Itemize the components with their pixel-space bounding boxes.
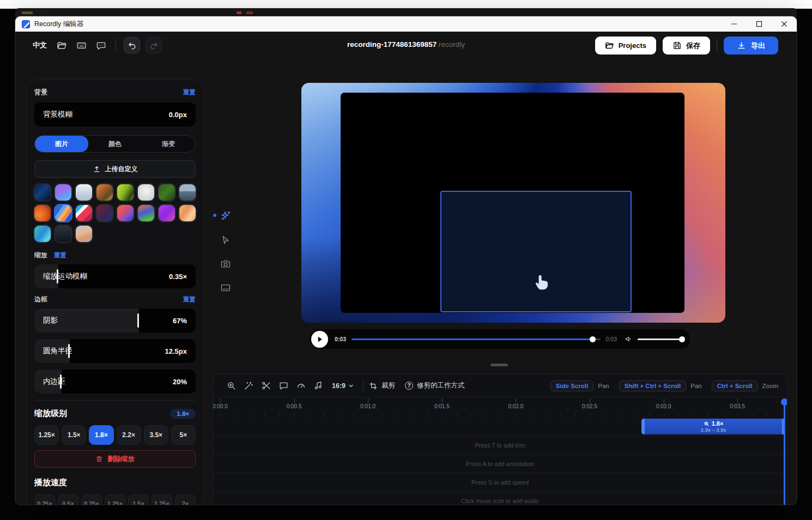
- speed-option-2x[interactable]: 2×: [175, 494, 196, 505]
- corner-radius-slider[interactable]: 圆角半径 12.5px: [34, 339, 196, 363]
- playhead[interactable]: [784, 398, 785, 505]
- export-button[interactable]: 导出: [724, 37, 778, 55]
- cut-button[interactable]: [259, 379, 273, 393]
- border-reset-button[interactable]: 重置: [183, 295, 196, 304]
- padding-slider[interactable]: 内边距 20%: [34, 370, 196, 394]
- background-thumbnail-chartreuse-abstract[interactable]: [117, 184, 134, 201]
- speed-track[interactable]: Press S to add speed: [213, 473, 787, 491]
- camera-tool-button[interactable]: [219, 257, 233, 271]
- seek-bar[interactable]: [352, 338, 601, 340]
- magic-trim-button[interactable]: [241, 379, 256, 393]
- zoom-segment[interactable]: 1.8× 2.9s – 3.9s: [641, 419, 785, 434]
- timeline-zoom-in-button[interactable]: [224, 379, 238, 393]
- zoom-motion-blur-label: 缩放运动模糊: [43, 271, 87, 281]
- background-thumbnail-magenta-purple[interactable]: [159, 205, 175, 221]
- language-button[interactable]: 中文: [31, 38, 49, 52]
- shadow-slider[interactable]: 阴影 67%: [34, 309, 196, 332]
- speed-button[interactable]: [294, 379, 308, 393]
- background-thumbnail-green-plants[interactable]: [159, 184, 175, 201]
- save-button[interactable]: 保存: [663, 37, 710, 55]
- background-thumbnail-lake-reflection[interactable]: [179, 184, 196, 201]
- background-thumbnail-bigsur-swirl[interactable]: [76, 205, 92, 221]
- speed-option-0.25x[interactable]: 0.25×: [34, 494, 55, 505]
- annotation-button[interactable]: [276, 379, 290, 393]
- undo-button[interactable]: [124, 37, 140, 53]
- download-icon: [737, 41, 746, 50]
- cursor-tool-button[interactable]: [219, 233, 233, 247]
- background-blur-slider[interactable]: 背景模糊 0.0px: [34, 102, 196, 126]
- delete-zoom-button[interactable]: 删除缩放: [34, 450, 196, 468]
- background-thumbnail-sunset-waves[interactable]: [117, 205, 134, 221]
- aspect-ratio-dropdown[interactable]: 16:9: [332, 382, 354, 390]
- background-thumbnail-teal-blue-rays[interactable]: [34, 226, 51, 242]
- background-reset-button[interactable]: 重置: [183, 88, 196, 96]
- volume-slider[interactable]: [638, 338, 682, 340]
- preview-canvas[interactable]: [301, 83, 725, 323]
- speed-option-0.5x[interactable]: 0.5×: [58, 494, 78, 505]
- zoom-motion-blur-slider[interactable]: 缩放运动模糊 0.35×: [34, 264, 196, 288]
- ruler-tick: [664, 398, 664, 403]
- background-thumbnail-purple-blue-wave[interactable]: [55, 184, 71, 201]
- folder-icon: [57, 40, 67, 51]
- maximize-button[interactable]: [747, 16, 772, 32]
- timeline-ruler[interactable]: 0:00.00:00.50:01.00:01.50:02.00:02.50:03…: [213, 398, 787, 417]
- play-button[interactable]: [311, 331, 328, 348]
- volume-fill: [638, 338, 682, 340]
- subtitles-tool-button[interactable]: [219, 281, 233, 295]
- background-thumbnail-peach-rays[interactable]: [179, 205, 196, 221]
- zoom-option-1.5x[interactable]: 1.5×: [62, 425, 86, 445]
- background-thumbnail-blue-orange-rays[interactable]: [55, 205, 71, 221]
- effects-tool-button[interactable]: [219, 209, 233, 223]
- ruler-tick: [516, 398, 516, 403]
- crop-button[interactable]: 裁剪: [369, 381, 395, 390]
- music-button[interactable]: [311, 379, 325, 393]
- speed-option-0.75x[interactable]: 0.75×: [81, 494, 102, 505]
- keyboard-shortcuts-button[interactable]: [74, 38, 88, 52]
- open-project-button[interactable]: [54, 38, 69, 52]
- background-thumbnail-dark-red-blue[interactable]: [96, 205, 113, 221]
- zoom-option-1.25x[interactable]: 1.25×: [34, 425, 59, 445]
- timeline-toolbar-divider: [363, 380, 363, 391]
- zoom-track[interactable]: 1.8× 2.9s – 3.9s: [213, 417, 787, 436]
- aspect-ratio-value: 16:9: [332, 382, 346, 390]
- zoom-option-2.2x[interactable]: 2.2×: [117, 425, 141, 445]
- tab-gradient[interactable]: 渐变: [142, 136, 195, 152]
- minimize-button[interactable]: [722, 16, 747, 32]
- background-section-title: 背景: [34, 88, 47, 97]
- redo-button[interactable]: [146, 37, 162, 53]
- speed-option-1.25x[interactable]: 1.25×: [105, 494, 125, 505]
- zoom-option-5x[interactable]: 5×: [171, 425, 196, 445]
- background-thumbnail-orange-bloom[interactable]: [34, 205, 51, 221]
- speed-option-1.5x[interactable]: 1.5×: [128, 494, 149, 505]
- ruler-tick: [737, 398, 738, 403]
- playhead-cap[interactable]: [781, 398, 787, 406]
- trim-help-button[interactable]: ? 修剪的工作方式: [405, 381, 465, 390]
- projects-folder-icon: [605, 41, 614, 50]
- annotation-track[interactable]: Press A to add annotation: [213, 454, 787, 473]
- panel-resize-handle[interactable]: [490, 364, 508, 366]
- padding-label: 内边距: [43, 377, 65, 386]
- upload-custom-button[interactable]: 上传自定义: [34, 160, 196, 178]
- background-thumbnail-autumn-forest[interactable]: [96, 184, 113, 201]
- zoom-selection-rect[interactable]: [440, 191, 632, 312]
- zoom-option-3.5x[interactable]: 3.5×: [144, 425, 168, 445]
- speed-option-1.75x[interactable]: 1.75×: [152, 494, 172, 505]
- feedback-button[interactable]: [94, 38, 108, 52]
- background-thumbnail-aurora-dark[interactable]: [34, 184, 51, 201]
- background-thumbnail-night-mountain[interactable]: [55, 226, 71, 242]
- background-thumbnail-white-ripple[interactable]: [138, 184, 154, 201]
- tab-image[interactable]: 图片: [35, 136, 88, 152]
- projects-button[interactable]: Projects: [595, 37, 656, 55]
- app-window: Recordly 编辑器 中文: [15, 16, 797, 505]
- zoom-option-1.8x[interactable]: 1.8×: [89, 425, 113, 445]
- background-thumbnail-green-blue-flow[interactable]: [138, 205, 154, 221]
- zoom-reset-button[interactable]: 重置: [54, 251, 66, 259]
- ruler-tick: [590, 398, 590, 403]
- background-thumbnail-snowy-mountain[interactable]: [76, 184, 92, 201]
- audio-track[interactable]: Click music icon to add audio: [213, 491, 787, 505]
- speaker-icon[interactable]: [625, 335, 633, 343]
- close-button[interactable]: [772, 16, 797, 32]
- trim-track[interactable]: Press T to add trim: [213, 436, 787, 454]
- background-thumbnail-soft-clouds[interactable]: [76, 226, 92, 242]
- tab-color[interactable]: 颜色: [88, 136, 142, 152]
